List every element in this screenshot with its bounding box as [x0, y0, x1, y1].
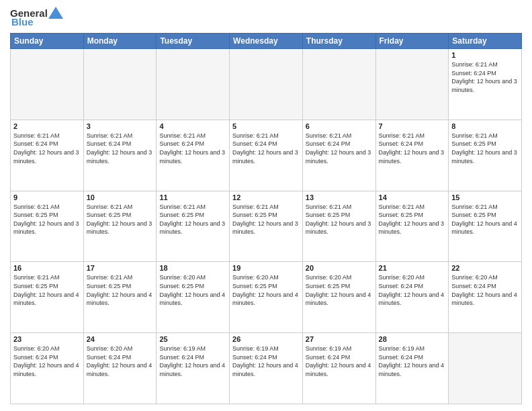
calendar-cell — [230, 49, 303, 120]
day-number: 14 — [379, 193, 446, 201]
week-row-3: 9Sunrise: 6:21 AMSunset: 6:25 PMDaylight… — [11, 191, 522, 262]
calendar-cell: 2Sunrise: 6:21 AMSunset: 6:24 PMDaylight… — [11, 120, 84, 191]
day-info: Sunrise: 6:21 AMSunset: 6:24 PMDaylight:… — [13, 132, 81, 165]
day-info: Sunrise: 6:21 AMSunset: 6:25 PMDaylight:… — [159, 203, 226, 236]
day-number: 13 — [306, 193, 373, 201]
calendar-cell: 1Sunrise: 6:21 AMSunset: 6:24 PMDaylight… — [449, 49, 522, 120]
calendar-cell: 21Sunrise: 6:20 AMSunset: 6:24 PMDayligh… — [375, 262, 449, 333]
day-number: 6 — [306, 122, 373, 130]
calendar-table: SundayMondayTuesdayWednesdayThursdayFrid… — [10, 33, 522, 404]
calendar-cell — [375, 49, 449, 120]
day-info: Sunrise: 6:21 AMSunset: 6:24 PMDaylight:… — [379, 132, 446, 165]
calendar-cell: 14Sunrise: 6:21 AMSunset: 6:25 PMDayligh… — [375, 191, 449, 262]
day-info: Sunrise: 6:21 AMSunset: 6:25 PMDaylight:… — [13, 203, 81, 236]
day-info: Sunrise: 6:21 AMSunset: 6:24 PMDaylight:… — [232, 132, 300, 165]
page: General Blue SundayMondayTuesdayWednesda… — [0, 0, 532, 411]
calendar-cell: 20Sunrise: 6:20 AMSunset: 6:25 PMDayligh… — [302, 262, 375, 333]
week-row-2: 2Sunrise: 6:21 AMSunset: 6:24 PMDaylight… — [11, 120, 522, 191]
day-info: Sunrise: 6:19 AMSunset: 6:24 PMDaylight:… — [306, 345, 373, 378]
day-number: 9 — [13, 193, 81, 201]
day-number: 18 — [159, 264, 226, 272]
day-number: 5 — [232, 122, 300, 130]
calendar-cell: 22Sunrise: 6:20 AMSunset: 6:24 PMDayligh… — [449, 262, 522, 333]
weekday-header-saturday: Saturday — [449, 34, 522, 49]
day-info: Sunrise: 6:21 AMSunset: 6:25 PMDaylight:… — [451, 203, 519, 236]
day-info: Sunrise: 6:20 AMSunset: 6:24 PMDaylight:… — [87, 345, 154, 378]
day-number: 19 — [232, 264, 300, 272]
weekday-header-thursday: Thursday — [302, 34, 375, 49]
calendar-cell: 27Sunrise: 6:19 AMSunset: 6:24 PMDayligh… — [302, 333, 375, 404]
week-row-4: 16Sunrise: 6:21 AMSunset: 6:25 PMDayligh… — [11, 262, 522, 333]
calendar-cell — [11, 49, 84, 120]
day-number: 27 — [306, 335, 373, 343]
calendar-cell: 28Sunrise: 6:19 AMSunset: 6:24 PMDayligh… — [375, 333, 449, 404]
day-info: Sunrise: 6:20 AMSunset: 6:24 PMDaylight:… — [379, 273, 446, 307]
weekday-header-tuesday: Tuesday — [157, 34, 230, 49]
day-number: 1 — [451, 51, 519, 59]
day-number: 3 — [87, 122, 154, 130]
day-number: 2 — [13, 122, 81, 130]
weekday-header-monday: Monday — [83, 34, 157, 49]
calendar-cell: 7Sunrise: 6:21 AMSunset: 6:24 PMDaylight… — [375, 120, 449, 191]
weekday-header-row: SundayMondayTuesdayWednesdayThursdayFrid… — [11, 34, 522, 49]
day-info: Sunrise: 6:21 AMSunset: 6:25 PMDaylight:… — [306, 203, 373, 236]
day-info: Sunrise: 6:21 AMSunset: 6:24 PMDaylight:… — [451, 60, 519, 94]
calendar-cell: 12Sunrise: 6:21 AMSunset: 6:25 PMDayligh… — [230, 191, 303, 262]
day-info: Sunrise: 6:19 AMSunset: 6:24 PMDaylight:… — [159, 345, 226, 378]
calendar-cell — [302, 49, 375, 120]
day-info: Sunrise: 6:20 AMSunset: 6:25 PMDaylight:… — [159, 273, 226, 307]
calendar-cell: 13Sunrise: 6:21 AMSunset: 6:25 PMDayligh… — [302, 191, 375, 262]
day-info: Sunrise: 6:20 AMSunset: 6:25 PMDaylight:… — [306, 273, 373, 307]
calendar-cell: 5Sunrise: 6:21 AMSunset: 6:24 PMDaylight… — [230, 120, 303, 191]
calendar-cell — [449, 333, 522, 404]
logo-blue: Blue — [11, 16, 34, 28]
day-number: 4 — [159, 122, 226, 130]
calendar-cell: 23Sunrise: 6:20 AMSunset: 6:24 PMDayligh… — [11, 333, 84, 404]
day-info: Sunrise: 6:19 AMSunset: 6:24 PMDaylight:… — [379, 345, 446, 378]
day-info: Sunrise: 6:20 AMSunset: 6:25 PMDaylight:… — [232, 273, 300, 307]
calendar-cell: 18Sunrise: 6:20 AMSunset: 6:25 PMDayligh… — [157, 262, 230, 333]
calendar-cell: 4Sunrise: 6:21 AMSunset: 6:24 PMDaylight… — [157, 120, 230, 191]
day-number: 20 — [306, 264, 373, 272]
header: General Blue — [10, 7, 522, 28]
weekday-header-wednesday: Wednesday — [230, 34, 303, 49]
calendar-cell: 26Sunrise: 6:19 AMSunset: 6:24 PMDayligh… — [230, 333, 303, 404]
calendar-cell: 16Sunrise: 6:21 AMSunset: 6:25 PMDayligh… — [11, 262, 84, 333]
svg-marker-0 — [48, 7, 63, 19]
day-info: Sunrise: 6:21 AMSunset: 6:25 PMDaylight:… — [379, 203, 446, 236]
day-info: Sunrise: 6:21 AMSunset: 6:25 PMDaylight:… — [451, 132, 519, 165]
day-number: 28 — [379, 335, 446, 343]
day-number: 17 — [87, 264, 154, 272]
day-number: 15 — [451, 193, 519, 201]
day-number: 7 — [379, 122, 446, 130]
calendar-cell — [83, 49, 157, 120]
day-info: Sunrise: 6:19 AMSunset: 6:24 PMDaylight:… — [232, 345, 300, 378]
day-info: Sunrise: 6:20 AMSunset: 6:24 PMDaylight:… — [451, 273, 519, 307]
day-number: 10 — [87, 193, 154, 201]
calendar-cell: 10Sunrise: 6:21 AMSunset: 6:25 PMDayligh… — [83, 191, 157, 262]
day-info: Sunrise: 6:21 AMSunset: 6:25 PMDaylight:… — [13, 273, 81, 307]
day-number: 16 — [13, 264, 81, 272]
day-info: Sunrise: 6:20 AMSunset: 6:24 PMDaylight:… — [13, 345, 81, 378]
day-info: Sunrise: 6:21 AMSunset: 6:24 PMDaylight:… — [87, 132, 154, 165]
day-info: Sunrise: 6:21 AMSunset: 6:24 PMDaylight:… — [306, 132, 373, 165]
day-number: 25 — [159, 335, 226, 343]
logo: General Blue — [10, 7, 63, 28]
calendar-cell: 11Sunrise: 6:21 AMSunset: 6:25 PMDayligh… — [157, 191, 230, 262]
day-info: Sunrise: 6:21 AMSunset: 6:25 PMDaylight:… — [232, 203, 300, 236]
calendar-cell: 8Sunrise: 6:21 AMSunset: 6:25 PMDaylight… — [449, 120, 522, 191]
calendar-cell: 19Sunrise: 6:20 AMSunset: 6:25 PMDayligh… — [230, 262, 303, 333]
weekday-header-sunday: Sunday — [11, 34, 84, 49]
calendar-cell: 6Sunrise: 6:21 AMSunset: 6:24 PMDaylight… — [302, 120, 375, 191]
calendar-cell: 17Sunrise: 6:21 AMSunset: 6:25 PMDayligh… — [83, 262, 157, 333]
day-number: 22 — [451, 264, 519, 272]
day-number: 26 — [232, 335, 300, 343]
day-info: Sunrise: 6:21 AMSunset: 6:25 PMDaylight:… — [87, 273, 154, 307]
week-row-5: 23Sunrise: 6:20 AMSunset: 6:24 PMDayligh… — [11, 333, 522, 404]
logo-icon — [48, 7, 63, 19]
calendar-cell: 9Sunrise: 6:21 AMSunset: 6:25 PMDaylight… — [11, 191, 84, 262]
day-info: Sunrise: 6:21 AMSunset: 6:25 PMDaylight:… — [87, 203, 154, 236]
calendar-cell: 24Sunrise: 6:20 AMSunset: 6:24 PMDayligh… — [83, 333, 157, 404]
calendar-cell: 3Sunrise: 6:21 AMSunset: 6:24 PMDaylight… — [83, 120, 157, 191]
day-info: Sunrise: 6:21 AMSunset: 6:24 PMDaylight:… — [159, 132, 226, 165]
